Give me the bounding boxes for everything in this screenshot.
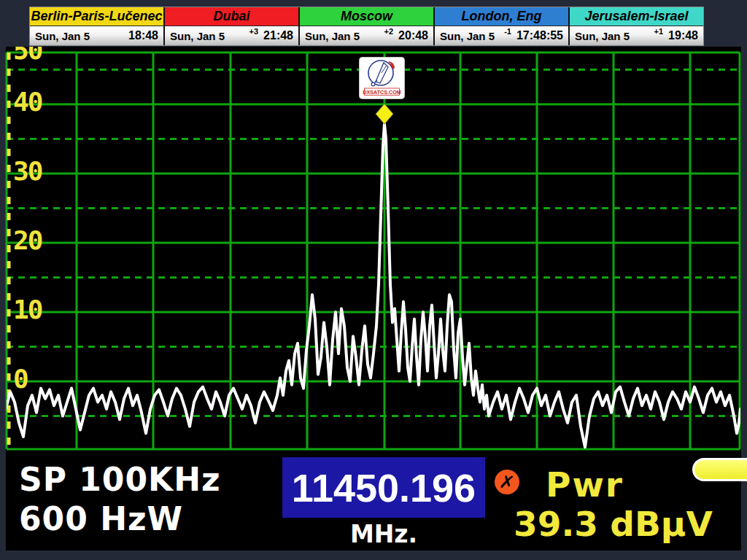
clock-cell-dubai: Dubai Sun, Jan 5 +3 21:48 — [165, 7, 300, 45]
city-time-row: Sun, Jan 5 -1 17:48:55 — [435, 26, 568, 45]
city-clock: 20:48 — [398, 29, 428, 42]
y-tick-10: 10 — [13, 297, 42, 323]
utc-offset: +3 — [249, 27, 259, 36]
city-date: Sun, Jan 5 — [575, 30, 630, 42]
city-time-row: Sun, Jan 5 +2 20:48 — [300, 26, 433, 45]
frequency-unit: MHz. — [282, 520, 485, 548]
power-label: Pwr — [546, 464, 624, 505]
frequency-display[interactable]: 11450.196 — [282, 457, 485, 518]
utc-offset: -1 — [504, 27, 511, 36]
y-tick-30: 30 — [13, 158, 42, 184]
city-name: Jerusalem-Israel — [570, 7, 703, 26]
clear-x-icon[interactable]: ✗ — [493, 468, 521, 496]
city-clock: 19:48 — [668, 29, 698, 42]
clock-cell-moscow: Moscow Sun, Jan 5 +2 20:48 — [300, 7, 435, 45]
logo-text: DXSATCS.COM — [363, 89, 401, 96]
city-name: Berlin-Paris-Lučenec — [30, 7, 163, 26]
clock-cell-berlin: Berlin-Paris-Lučenec Sun, Jan 5 18:48 — [30, 7, 165, 45]
city-time-row: Sun, Jan 5 +3 21:48 — [165, 26, 298, 45]
span-rbw-readout: SP 100KHz 600 HzW — [19, 460, 221, 539]
city-name: Moscow — [300, 7, 433, 26]
city-date: Sun, Jan 5 — [35, 30, 90, 42]
readout-bar: SP 100KHz 600 HzW 11450.196 MHz. ✗ Pwr 3… — [6, 450, 741, 551]
utc-offset: +1 — [654, 27, 664, 36]
span-readout: SP 100KHz — [19, 460, 221, 499]
frequency-value: 11450.196 — [292, 465, 476, 510]
dxsatcs-logo: DXSATCS.COM — [359, 57, 405, 99]
clock-cell-jerusalem: Jerusalem-Israel Sun, Jan 5 +1 19:48 — [570, 7, 703, 45]
y-tick-50: 50 — [13, 47, 42, 63]
power-value: 39.3 dBµV — [514, 504, 713, 544]
city-clock: 21:48 — [263, 29, 293, 42]
yellow-pill-button[interactable] — [692, 458, 747, 481]
y-tick-20: 20 — [13, 228, 42, 254]
city-name: Dubai — [165, 7, 298, 26]
rbw-readout: 600 HzW — [19, 499, 221, 539]
city-date: Sun, Jan 5 — [170, 30, 225, 42]
city-name: London, Eng — [435, 7, 568, 26]
city-date: Sun, Jan 5 — [440, 30, 495, 42]
y-tick-40: 40 — [13, 89, 42, 115]
city-time-row: Sun, Jan 5 18:48 — [30, 26, 163, 45]
y-tick-0: 0 — [13, 366, 28, 392]
city-clock: 17:48:55 — [516, 29, 563, 42]
world-clock-bar: Berlin-Paris-Lučenec Sun, Jan 5 18:48 Du… — [29, 7, 704, 46]
utc-offset: +2 — [384, 27, 394, 36]
city-date: Sun, Jan 5 — [305, 30, 360, 42]
clock-cell-london: London, Eng Sun, Jan 5 -1 17:48:55 — [435, 7, 570, 45]
city-clock: 18:48 — [128, 29, 158, 42]
city-time-row: Sun, Jan 5 +1 19:48 — [570, 26, 703, 45]
